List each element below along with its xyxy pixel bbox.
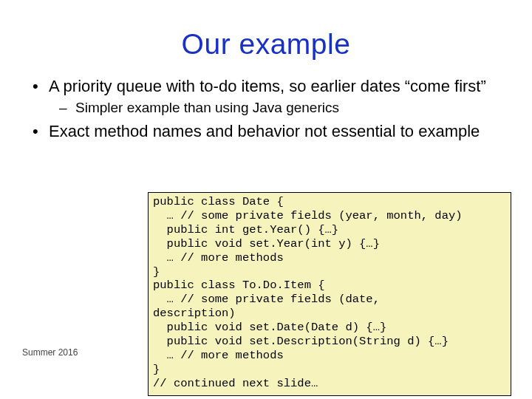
bullet-item: A priority queue with to-do items, so ea… xyxy=(47,77,511,116)
footer-text: Summer 2016 xyxy=(22,347,78,358)
sub-bullet-list: Simpler example than using Java generics xyxy=(49,99,511,116)
code-block: public class Date { … // some private fi… xyxy=(148,192,511,396)
sub-bullet-item: Simpler example than using Java generics xyxy=(75,99,511,116)
slide-title: Our example xyxy=(21,28,511,61)
bullet-text: A priority queue with to-do items, so ea… xyxy=(49,77,486,95)
bullet-list: A priority queue with to-do items, so ea… xyxy=(21,77,511,141)
bullet-item: Exact method names and behavior not esse… xyxy=(47,122,511,141)
slide: Our example A priority queue with to-do … xyxy=(0,0,532,399)
